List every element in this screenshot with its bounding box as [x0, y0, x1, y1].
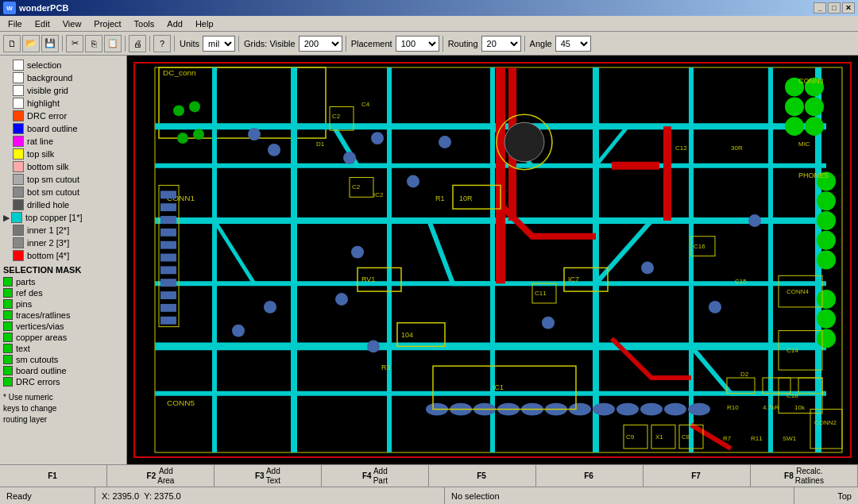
- layer-item[interactable]: background: [2, 71, 125, 84]
- mask-item[interactable]: ref des: [2, 287, 125, 298]
- layer-item[interactable]: top silk: [2, 148, 125, 160]
- svg-text:CONN3: CONN3: [798, 77, 823, 85]
- mask-item[interactable]: copper areas: [2, 332, 125, 343]
- pcb-canvas-area[interactable]: DC_conn: [127, 56, 858, 464]
- open-button[interactable]: 📂: [22, 35, 40, 52]
- layer-item[interactable]: inner 2 [3*]: [2, 237, 125, 249]
- layer-color-swatch: [11, 212, 22, 223]
- fkey-description: Add Area: [157, 467, 174, 486]
- layer-item[interactable]: board outline: [2, 122, 125, 135]
- svg-point-30: [817, 211, 836, 230]
- svg-text:R10: R10: [727, 404, 739, 411]
- layer-item[interactable]: DRC error: [2, 110, 125, 122]
- mask-item[interactable]: traces/ratlines: [2, 310, 125, 321]
- layer-item[interactable]: bot sm cutout: [2, 186, 125, 198]
- menu-item-tools[interactable]: Tools: [128, 17, 161, 30]
- mask-color-swatch: [3, 355, 13, 364]
- menu-item-file[interactable]: File: [2, 17, 29, 30]
- x-coord: X: 2395.0: [102, 491, 139, 501]
- grids-select[interactable]: 200: [299, 36, 342, 52]
- menu-item-edit[interactable]: Edit: [29, 17, 56, 30]
- function-key-f3[interactable]: F3Add Text: [214, 465, 322, 487]
- fkey-description: Recalc. Ratlines: [795, 467, 824, 486]
- svg-point-46: [664, 403, 686, 416]
- save-button[interactable]: 💾: [41, 35, 59, 52]
- function-key-f6[interactable]: F6: [536, 465, 644, 487]
- layer-item[interactable]: highlight: [2, 97, 125, 110]
- pcb-board[interactable]: DC_conn: [133, 62, 852, 458]
- layer-item[interactable]: ▶ top copper [1*]: [2, 211, 125, 224]
- function-key-f5[interactable]: F5: [429, 465, 536, 487]
- app-icon: W: [3, 2, 16, 14]
- menu-item-project[interactable]: Project: [87, 17, 127, 30]
- mask-item[interactable]: parts: [2, 276, 125, 287]
- mask-item[interactable]: pins: [2, 298, 125, 310]
- routing-label: Routing: [448, 39, 478, 48]
- layer-item[interactable]: bottom silk: [2, 160, 125, 173]
- routing-select[interactable]: 20: [481, 36, 521, 52]
- svg-point-50: [343, 152, 356, 164]
- layer-color-swatch: [13, 110, 24, 121]
- mask-item-label: traces/ratlines: [16, 310, 70, 320]
- layer-item[interactable]: top sm cutout: [2, 173, 125, 186]
- layer-color-swatch: [13, 72, 24, 83]
- menu-item-add[interactable]: Add: [160, 17, 189, 30]
- layer-item[interactable]: bottom [4*]: [2, 249, 125, 262]
- layer-name: inner 1 [2*]: [27, 225, 69, 235]
- mask-item-label: text: [16, 344, 30, 353]
- layer-item[interactable]: rat line: [2, 135, 125, 148]
- svg-point-49: [268, 144, 280, 156]
- svg-point-56: [264, 301, 276, 314]
- svg-text:D1: D1: [316, 140, 325, 148]
- maximize-button[interactable]: □: [828, 2, 841, 13]
- copy-button[interactable]: ⎘: [85, 35, 102, 52]
- minimize-button[interactable]: _: [814, 2, 826, 13]
- layer-item[interactable]: visible grid: [2, 84, 125, 97]
- close-button[interactable]: ✕: [842, 2, 855, 13]
- function-key-f7[interactable]: F7: [644, 465, 751, 487]
- function-key-f8[interactable]: F8Recalc. Ratlines: [751, 465, 858, 487]
- mask-item[interactable]: vertices/vias: [2, 321, 125, 332]
- separator-7: [443, 36, 443, 52]
- fkey-number: F1: [48, 471, 57, 481]
- mask-color-swatch: [3, 333, 13, 342]
- layer-item[interactable]: selection: [2, 59, 125, 71]
- print-button[interactable]: 🖨: [129, 35, 146, 52]
- svg-text:CONN5: CONN5: [167, 398, 195, 407]
- svg-point-25: [805, 98, 824, 117]
- svg-text:DC_conn: DC_conn: [163, 68, 196, 77]
- cut-button[interactable]: ✂: [66, 35, 83, 52]
- svg-rect-106: [160, 304, 176, 312]
- svg-point-31: [817, 231, 836, 250]
- placement-select[interactable]: 100: [396, 36, 439, 52]
- svg-text:MIC: MIC: [798, 140, 810, 148]
- svg-point-27: [805, 117, 824, 136]
- fkey-number: F8: [784, 471, 794, 481]
- layer-color-swatch: [13, 85, 24, 96]
- svg-text:C2: C2: [352, 183, 361, 190]
- new-button[interactable]: 🗋: [3, 35, 21, 52]
- menu-item-view[interactable]: View: [56, 17, 88, 30]
- fkey-number: F7: [691, 471, 701, 481]
- help-button[interactable]: ?: [153, 35, 171, 52]
- fkey-number: F3: [255, 471, 265, 481]
- menu-item-help[interactable]: Help: [189, 17, 220, 30]
- layer-item[interactable]: inner 1 [2*]: [2, 224, 125, 237]
- units-label: Units: [180, 39, 199, 48]
- angle-select[interactable]: 45: [555, 36, 591, 52]
- layer-color-swatch: [13, 136, 24, 147]
- mask-item[interactable]: text: [2, 343, 125, 354]
- layer-item[interactable]: drilled hole: [2, 198, 125, 211]
- function-key-f2[interactable]: F2Add Area: [107, 465, 214, 487]
- svg-point-95: [504, 122, 544, 162]
- svg-text:X1: X1: [655, 433, 663, 441]
- function-key-f4[interactable]: F4Add Part: [322, 465, 429, 487]
- svg-text:R1: R1: [435, 194, 445, 202]
- layer-name: rat line: [27, 137, 53, 146]
- units-select[interactable]: mil: [203, 36, 235, 52]
- paste-button[interactable]: 📋: [104, 35, 122, 52]
- mask-item[interactable]: board outline: [2, 365, 125, 376]
- mask-item[interactable]: sm cutouts: [2, 354, 125, 365]
- mask-item[interactable]: DRC errors: [2, 376, 125, 387]
- function-key-f1[interactable]: F1: [0, 465, 107, 487]
